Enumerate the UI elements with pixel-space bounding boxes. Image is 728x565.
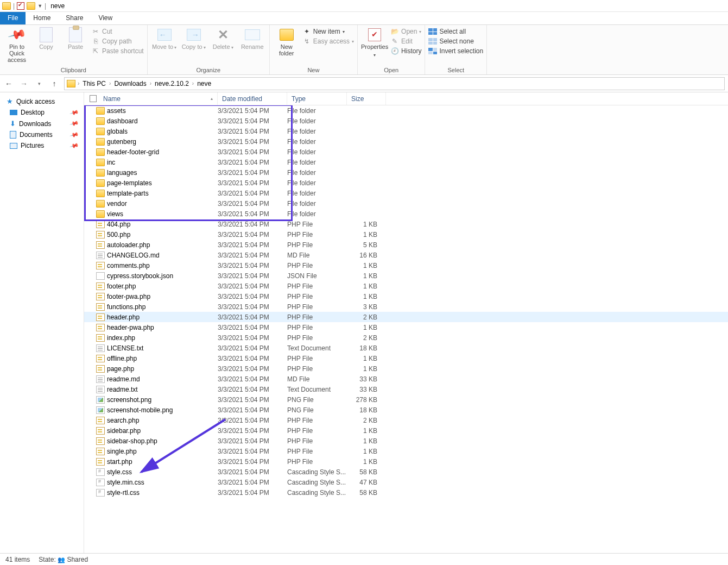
file-date: 3/3/2021 5:04 PM [218,138,287,146]
column-name[interactable]: Name▴ [84,92,218,105]
up-button[interactable]: ↑ [49,78,60,89]
new-folder-button[interactable]: New folder [273,26,300,56]
invert-selection-button[interactable]: Invert selection [428,47,483,55]
chevron-right-icon[interactable]: › [108,80,112,86]
copy-button[interactable]: Copy [33,26,60,50]
quickaccess-dropdown-icon[interactable]: ▼ [37,3,42,9]
recent-dropdown[interactable]: ▾ [34,78,45,89]
column-date[interactable]: Date modified [218,92,287,105]
file-row[interactable]: comments.php3/3/2021 5:04 PMPHP File1 KB [84,260,728,271]
txt-icon [96,386,105,393]
tab-home[interactable]: Home [26,12,58,24]
file-row[interactable]: header.php3/3/2021 5:04 PMPHP File2 KB [84,312,728,322]
file-row[interactable]: style.min.css3/3/2021 5:04 PMCascading S… [84,477,728,487]
file-row[interactable]: screenshot.png3/3/2021 5:04 PMPNG File27… [84,394,728,405]
properties-button[interactable]: Properties [361,26,388,59]
file-row[interactable]: footer.php3/3/2021 5:04 PMPHP File1 KB [84,281,728,291]
file-size: 1 KB [347,458,382,466]
file-row[interactable]: dashboard3/3/2021 5:04 PMFile folder [84,116,728,126]
file-row[interactable]: gutenberg3/3/2021 5:04 PMFile folder [84,136,728,147]
file-row[interactable]: vendor3/3/2021 5:04 PMFile folder [84,198,728,209]
rename-button[interactable]: Rename [239,26,266,50]
tab-view[interactable]: View [91,12,120,24]
file-row[interactable]: screenshot-mobile.png3/3/2021 5:04 PMPNG… [84,405,728,415]
tab-file[interactable]: File [0,12,26,24]
sidebar-item-quick-access[interactable]: ★Quick access [0,96,84,107]
file-size: 1 KB [347,272,382,280]
quickaccess-save-icon[interactable] [17,2,24,10]
file-row[interactable]: inc3/3/2021 5:04 PMFile folder [84,157,728,167]
file-row[interactable]: style.css3/3/2021 5:04 PMCascading Style… [84,467,728,477]
file-row[interactable]: page.php3/3/2021 5:04 PMPHP File1 KB [84,363,728,374]
file-row[interactable]: single.php3/3/2021 5:04 PMPHP File1 KB [84,446,728,456]
breadcrumb-item[interactable]: Downloads [113,80,147,87]
move-to-button[interactable]: Move to [151,26,178,51]
file-row[interactable]: search.php3/3/2021 5:04 PMPHP File2 KB [84,415,728,425]
breadcrumb-item[interactable]: neve.2.10.2 [154,80,190,87]
file-date: 3/3/2021 5:04 PM [218,386,287,393]
column-type[interactable]: Type [287,92,347,105]
file-row[interactable]: autoloader.php3/3/2021 5:04 PMPHP File5 … [84,240,728,250]
sidebar-item-pictures[interactable]: Pictures📌 [0,140,84,151]
file-row[interactable]: functions.php3/3/2021 5:04 PMPHP File3 K… [84,302,728,312]
copy-path-button[interactable]: ⎘Copy path [91,37,144,46]
file-row[interactable]: 500.php3/3/2021 5:04 PMPHP File1 KB [84,229,728,240]
cut-button[interactable]: ✂Cut [91,27,144,36]
file-row[interactable]: readme.md3/3/2021 5:04 PMMD File33 KB [84,374,728,384]
select-none-button[interactable]: Select none [428,37,483,46]
file-row[interactable]: header-pwa.php3/3/2021 5:04 PMPHP File1 … [84,322,728,332]
column-size[interactable]: Size [347,92,386,105]
chevron-right-icon[interactable]: › [191,80,195,86]
pin-to-quick-access-button[interactable]: 📌 Pin to Quick access [3,26,30,63]
file-type: File folder [287,179,347,187]
delete-button[interactable]: ✕Delete [210,26,237,51]
file-row[interactable]: readme.txt3/3/2021 5:04 PMText Document3… [84,384,728,394]
file-date: 3/3/2021 5:04 PM [218,489,287,497]
paste-shortcut-button[interactable]: ⇱Paste shortcut [91,47,144,55]
file-row[interactable]: 404.php3/3/2021 5:04 PMPHP File1 KB [84,219,728,229]
file-row[interactable]: globals3/3/2021 5:04 PMFile folder [84,126,728,136]
file-row[interactable]: languages3/3/2021 5:04 PMFile folder [84,167,728,178]
file-row[interactable]: offline.php3/3/2021 5:04 PMPHP File1 KB [84,353,728,363]
edit-button[interactable]: ✎Edit [390,37,421,46]
file-row[interactable]: style-rtl.css3/3/2021 5:04 PMCascading S… [84,487,728,498]
file-row[interactable]: template-parts3/3/2021 5:04 PMFile folde… [84,188,728,198]
select-all-checkbox[interactable] [90,95,97,102]
chevron-right-icon[interactable]: › [149,80,153,86]
file-row[interactable]: views3/3/2021 5:04 PMFile folder [84,209,728,219]
file-row[interactable]: index.php3/3/2021 5:04 PMPHP File2 KB [84,332,728,343]
file-row[interactable]: sidebar.php3/3/2021 5:04 PMPHP File1 KB [84,425,728,436]
file-name: footer.php [107,282,136,290]
breadcrumb-item[interactable]: neve [196,80,212,87]
png-icon [96,396,105,404]
file-row[interactable]: sidebar-shop.php3/3/2021 5:04 PMPHP File… [84,436,728,446]
file-row[interactable]: start.php3/3/2021 5:04 PMPHP File1 KB [84,456,728,467]
sidebar-item-downloads[interactable]: ⬇Downloads📌 [0,118,84,129]
paste-button[interactable]: Paste [62,26,89,50]
open-button[interactable]: 📂Open [390,27,421,36]
sidebar-item-desktop[interactable]: Desktop📌 [0,107,84,118]
history-button[interactable]: 🕘History [390,47,421,55]
file-type: Text Document [287,344,347,352]
file-row[interactable]: LICENSE.txt3/3/2021 5:04 PMText Document… [84,343,728,353]
file-row[interactable]: assets3/3/2021 5:04 PMFile folder [84,105,728,116]
chevron-right-icon[interactable]: › [77,80,80,86]
sidebar-item-documents[interactable]: Documents📌 [0,129,84,140]
file-list[interactable]: assets3/3/2021 5:04 PMFile folderdashboa… [84,105,728,553]
forward-button[interactable]: → [18,78,29,89]
file-row[interactable]: CHANGELOG.md3/3/2021 5:04 PMMD File16 KB [84,250,728,260]
back-button[interactable]: ← [3,78,14,89]
select-all-button[interactable]: Select all [428,27,483,36]
file-row[interactable]: cypress.storybook.json3/3/2021 5:04 PMJS… [84,271,728,281]
file-row[interactable]: footer-pwa.php3/3/2021 5:04 PMPHP File1 … [84,291,728,302]
file-row[interactable]: header-footer-grid3/3/2021 5:04 PMFile f… [84,147,728,157]
tab-share[interactable]: Share [58,12,91,24]
file-size: 3 KB [347,303,382,311]
file-type: PHP File [287,241,347,249]
breadcrumb-item[interactable]: This PC [81,80,107,87]
copy-to-button[interactable]: Copy to [180,26,207,51]
breadcrumb[interactable]: › This PC › Downloads › neve.2.10.2 › ne… [64,77,725,90]
easy-access-button[interactable]: ↯Easy access [302,37,354,46]
new-item-button[interactable]: ✦New item [302,27,354,36]
file-row[interactable]: page-templates3/3/2021 5:04 PMFile folde… [84,178,728,188]
